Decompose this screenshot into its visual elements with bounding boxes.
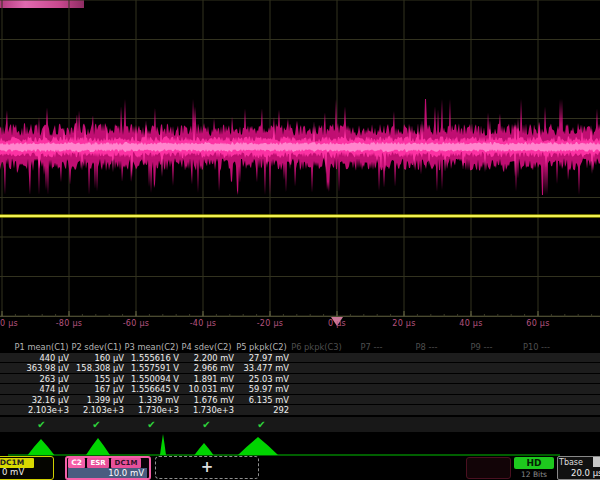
measurement-value: 33.477 mV [234,363,289,373]
measurement-value: 1.676 mV [179,395,234,405]
measurement-value: 155 µV [69,374,124,384]
time-axis-label: -40 µs [173,319,233,328]
time-axis-label: 60 µs [508,319,568,328]
measurement-column-header[interactable]: P6 pkpk(C3) [289,342,344,352]
measurement-value: 10.031 mV [179,384,234,394]
measurement-value: 1.730e+3 [124,405,179,415]
c2-channel-label: C2 [68,458,85,468]
c2-esr-tag: ESR [87,458,109,468]
measurement-value: 27.97 mV [234,353,289,363]
measurement-value: 1.555616 V [124,353,179,363]
histicon [185,443,223,455]
measurement-value: 2.103e+3 [69,405,124,415]
timebase-header-corner [593,457,600,467]
measurement-value: 2.966 mV [179,363,234,373]
measurement-value: 160 µV [69,353,124,363]
timebase-value: 20.0 µs [571,468,600,478]
measurement-value: 2.200 mV [179,353,234,363]
c1-trace-core [0,215,600,217]
timebase-label: Tbase [559,458,583,467]
time-axis-label: 20 µs [374,319,434,328]
measurement-value: 1.550094 V [124,374,179,384]
measurement-column-header[interactable]: P8 --- [399,342,454,352]
measurement-value: 6.135 mV [234,395,289,405]
measurement-value: 158.308 µV [69,363,124,373]
measurement-column-header[interactable]: P5 pkpk(C2) [234,342,289,352]
histicon [233,437,283,455]
time-axis-label: -100 µs [0,319,32,328]
measurement-value: 440 µV [14,353,69,363]
measurement-value: 1.557591 V [124,363,179,373]
time-axis-label: 0 µs [307,319,367,328]
graticule-and-traces [0,0,600,334]
measurement-column-header[interactable]: P3 mean(C2) [124,342,179,352]
measurement-value: 363.98 µV [14,363,69,373]
add-trace-button[interactable]: + [155,456,259,479]
histicon [22,439,60,455]
c2-value: 10.0 mV [68,468,147,478]
measurement-value: 1.339 mV [124,395,179,405]
time-axis-label: 40 µs [441,319,501,328]
measurement-column-header[interactable]: P7 --- [344,342,399,352]
measurement-value: 25.03 mV [234,374,289,384]
measurement-column-header[interactable]: P1 mean(C1) [14,342,69,352]
time-axis-label: -80 µs [39,319,99,328]
measurement-column-header[interactable]: P2 sdev(C1) [69,342,124,352]
measurement-value: 2.103e+3 [14,405,69,415]
measurement-value: 1.891 mV [179,374,234,384]
measurement-value: 1.399 µV [69,395,124,405]
measurement-value: 263 µV [14,374,69,384]
c2-coupling-tag: DC1M [111,458,141,468]
measurement-column-header[interactable]: P4 sdev(C2) [179,342,234,352]
time-axis-label: -60 µs [106,319,166,328]
measurement-column-header[interactable]: P9 --- [454,342,509,352]
measurement-value: 59.97 mV [234,384,289,394]
oscilloscope-screen: -100 µs-80 µs-60 µs-40 µs-20 µs0 µs20 µs… [0,0,600,480]
time-axis-label: -20 µs [240,319,300,328]
c3-descriptor-box-dim[interactable] [466,457,511,479]
measurement-value: 474 µV [14,384,69,394]
hd-mode-badge[interactable]: HD [514,457,554,469]
measurement-value: 32.16 µV [14,395,69,405]
measurement-value: 292 [234,405,289,415]
c1-value: 0 mV [2,467,24,477]
histicon [78,438,118,455]
measurement-value: 167 µV [69,384,124,394]
measurement-value: 1.556645 V [124,384,179,394]
histicon [148,434,178,455]
c1-coupling-tag: DC1M [0,458,34,468]
measurement-column-header[interactable]: P10 --- [509,342,564,352]
measurement-value: 1.730e+3 [179,405,234,415]
hd-bits-label: 12 Bits [514,470,554,479]
